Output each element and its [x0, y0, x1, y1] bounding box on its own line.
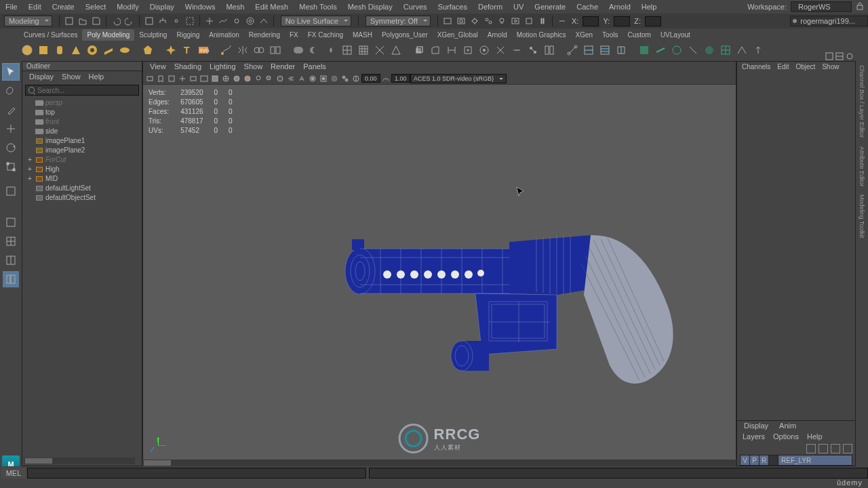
symmetry-dropdown[interactable]: Symmetry: Off	[366, 16, 431, 26]
tab-custom[interactable]: Custom	[623, 29, 655, 41]
sel-template-icon[interactable]	[184, 16, 195, 26]
menu-edit[interactable]: Edit	[23, 0, 47, 14]
bridge-button[interactable]	[444, 43, 459, 58]
tab-xgen[interactable]: XGen	[571, 29, 598, 41]
boolean-diff-button[interactable]	[307, 43, 322, 58]
platonic-button[interactable]	[140, 43, 155, 58]
cmdline-lang[interactable]: MEL	[1, 468, 26, 479]
tab-render[interactable]: Rendering	[244, 29, 285, 41]
outliner-menu-help[interactable]: Help	[85, 71, 108, 83]
sel-hierarchy-icon[interactable]	[157, 16, 168, 26]
menu-mesh[interactable]: Mesh	[220, 0, 250, 14]
pause-icon[interactable]	[537, 16, 548, 26]
tab-fxcache[interactable]: FX Caching	[303, 29, 348, 41]
merge-button[interactable]	[509, 43, 524, 58]
two-pane-icon[interactable]	[2, 251, 20, 269]
fill-hole-button[interactable]	[477, 43, 492, 58]
y-field[interactable]	[614, 16, 630, 26]
mirror-button[interactable]	[235, 43, 250, 58]
layer-new-sel-icon[interactable]	[843, 444, 852, 453]
layer-menu-options[interactable]: Options	[769, 432, 803, 443]
layer-tab-anim[interactable]: Anim	[774, 421, 802, 432]
cb-menu-edit[interactable]: Edit	[774, 62, 792, 74]
boolean-union-button[interactable]	[291, 43, 306, 58]
ao-icon[interactable]	[275, 74, 285, 83]
outliner-item-dos[interactable]: defaultObjectSet	[22, 193, 142, 203]
aa-icon[interactable]	[297, 74, 307, 83]
textured-icon[interactable]	[243, 74, 252, 83]
crease-button[interactable]	[734, 43, 749, 58]
outliner-item-side[interactable]: side	[22, 127, 142, 136]
poly-sphere-button[interactable]	[20, 43, 35, 58]
colorspace-dropdown[interactable]: ACES 1.0 SDR-video (sRGB)	[410, 74, 507, 83]
tab-anim[interactable]: Animation	[204, 29, 243, 41]
lasso-tool[interactable]	[2, 82, 20, 100]
image-plane-icon[interactable]	[167, 74, 176, 83]
detach-button[interactable]	[542, 43, 557, 58]
live-surface-dropdown[interactable]: No Live Surface	[281, 16, 351, 26]
menu-arnold[interactable]: Arnold	[604, 0, 636, 14]
channel-box-icon[interactable]	[825, 52, 833, 60]
outliner-search-input[interactable]	[37, 87, 136, 94]
target-weld-button[interactable]	[526, 43, 540, 58]
vp-menu-render[interactable]: Render	[267, 62, 299, 73]
boolean-intersect-button[interactable]	[323, 43, 338, 58]
vp-menu-shading[interactable]: Shading	[170, 62, 205, 73]
exposure-field[interactable]: 0.00	[361, 74, 380, 83]
remesh-button[interactable]	[718, 43, 733, 58]
layer-color-cell[interactable]	[769, 455, 778, 465]
layer-new-empty-icon[interactable]	[831, 444, 840, 453]
cb-menu-channels[interactable]: Channels	[738, 62, 774, 74]
subdivide-button[interactable]	[356, 43, 371, 58]
tab-polymodeling[interactable]: Poly Modeling	[82, 29, 134, 41]
vtab-attreditor[interactable]: Attribute Editor	[858, 142, 866, 191]
menu-modify[interactable]: Modify	[111, 0, 144, 14]
layer-menu-layers[interactable]: Layers	[738, 432, 769, 443]
tab-arnold[interactable]: Arnold	[483, 29, 512, 41]
outliner-hscroll[interactable]	[24, 458, 135, 464]
menu-cache[interactable]: Cache	[571, 0, 604, 14]
vp-menu-panels[interactable]: Panels	[299, 62, 330, 73]
select-tool[interactable]	[2, 63, 20, 81]
menu-file[interactable]: File	[0, 0, 23, 14]
tab-xgeng[interactable]: XGen_Global	[433, 29, 483, 41]
menu-curves[interactable]: Curves	[398, 0, 433, 14]
collapse-button[interactable]	[493, 43, 508, 58]
menu-deform[interactable]: Deform	[473, 0, 508, 14]
playblast-icon[interactable]	[510, 16, 521, 26]
render-settings-icon[interactable]	[469, 16, 480, 26]
poly-cylinder-button[interactable]	[52, 43, 67, 58]
tab-curves[interactable]: Curves / Surfaces	[19, 29, 82, 41]
scale-tool[interactable]	[2, 158, 20, 176]
separate-button[interactable]	[268, 43, 283, 58]
account-dropdown[interactable]: rogermagri199...	[790, 16, 868, 26]
snap-plane-icon[interactable]	[258, 16, 269, 26]
bookmark-icon[interactable]	[156, 74, 165, 83]
tab-mg[interactable]: Motion Graphics	[512, 29, 571, 41]
combine-button[interactable]	[252, 43, 267, 58]
shadows-icon[interactable]	[264, 74, 274, 83]
tab-fx[interactable]: FX	[285, 29, 303, 41]
vp-canvas[interactable]: Verts:23952000 Edges:67060500 Faces:4311…	[143, 85, 736, 466]
film-gate-icon[interactable]	[189, 74, 198, 83]
camera-select-icon[interactable]	[145, 74, 155, 83]
menu-meshtools[interactable]: Mesh Tools	[294, 0, 342, 14]
cb-menu-object[interactable]: Object	[793, 62, 819, 74]
exposure-icon[interactable]	[351, 74, 361, 83]
connect-button[interactable]	[614, 43, 629, 58]
lock-icon[interactable]	[856, 2, 864, 12]
use-lights-icon[interactable]	[254, 74, 263, 83]
bevel-button[interactable]	[428, 43, 443, 58]
poly-cube-button[interactable]	[36, 43, 51, 58]
viewport-hscroll[interactable]	[142, 460, 736, 466]
sweep-button[interactable]	[219, 43, 234, 58]
gamma-icon[interactable]	[381, 74, 391, 83]
layer-ref-cell[interactable]: R	[760, 455, 769, 465]
tab-tools[interactable]: Tools	[597, 29, 623, 41]
z-field[interactable]	[645, 16, 661, 26]
layer-menu-help[interactable]: Help	[803, 432, 827, 443]
make-live-button[interactable]	[653, 43, 668, 58]
multicut-button[interactable]	[565, 43, 580, 58]
hypershade-icon[interactable]	[483, 16, 494, 26]
append-button[interactable]	[460, 43, 475, 58]
